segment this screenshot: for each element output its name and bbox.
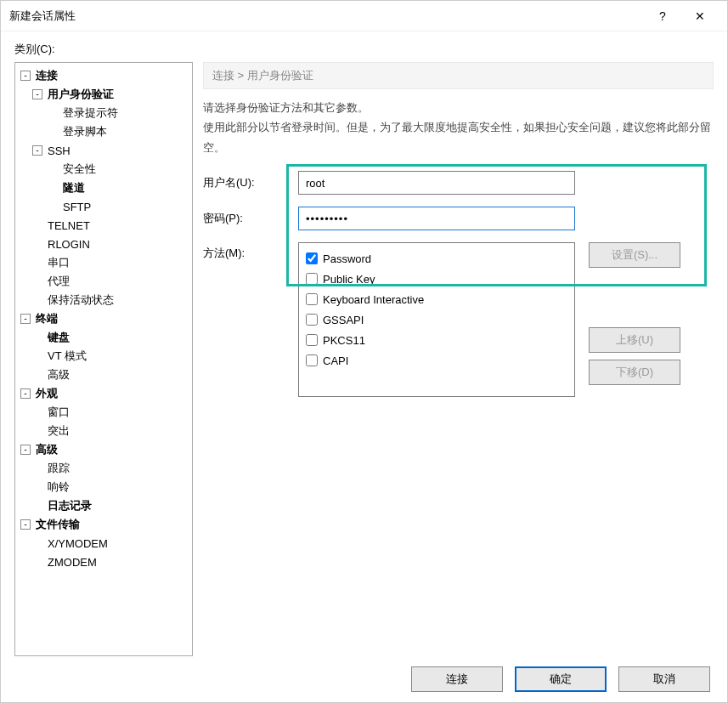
tree-item-label: 登录脚本: [61, 124, 109, 139]
tree-item-label: 串口: [46, 255, 71, 270]
tree-item-label: SFTP: [61, 201, 93, 213]
tree-item[interactable]: -SSH: [19, 141, 192, 160]
tree-item[interactable]: TELNET: [19, 216, 192, 235]
tree-toggle-icon[interactable]: -: [32, 89, 42, 99]
tree-toggle-icon[interactable]: -: [20, 519, 31, 530]
tree-item-label: 跟踪: [46, 461, 71, 476]
tree-item[interactable]: 跟踪: [19, 459, 192, 478]
tree-item[interactable]: 高级: [19, 366, 192, 384]
tree-toggle-icon[interactable]: -: [20, 314, 31, 324]
content-area: 类别(C): -连接-用户身份验证登录提示符登录脚本-SSH安全性隧道SFTPT…: [1, 31, 727, 702]
description: 请选择身份验证方法和其它参数。 使用此部分以节省登录时间。但是，为了最大限度地提…: [203, 98, 714, 157]
username-row: 用户名(U):: [203, 171, 714, 195]
tree-item[interactable]: 隧道: [19, 179, 192, 197]
connect-button[interactable]: 连接: [411, 666, 503, 692]
tree-item[interactable]: -终端: [19, 309, 192, 328]
method-item[interactable]: PKCS11: [306, 330, 567, 350]
tree-item[interactable]: 登录脚本: [19, 122, 192, 141]
tree-item[interactable]: 突出: [19, 422, 192, 440]
desc-line1: 请选择身份验证方法和其它参数。: [203, 98, 714, 117]
method-checkbox[interactable]: [306, 293, 318, 305]
tree-item[interactable]: 窗口: [19, 403, 192, 422]
tree-item-label: X/YMODEM: [46, 537, 110, 550]
method-item[interactable]: Public Key: [306, 269, 567, 289]
tree-item-label: ZMODEM: [46, 556, 99, 569]
tree-item-label: TELNET: [46, 219, 92, 232]
breadcrumb: 连接 > 用户身份验证: [203, 62, 714, 89]
tree-item[interactable]: 日志记录: [19, 496, 192, 515]
tree-item[interactable]: 串口: [19, 253, 192, 272]
method-checkbox[interactable]: [306, 334, 318, 346]
tree-item-label: 键盘: [46, 330, 71, 345]
method-list[interactable]: PasswordPublic KeyKeyboard InteractiveGS…: [298, 242, 575, 397]
method-checkbox[interactable]: [306, 354, 318, 366]
form-area: 用户名(U): 密码(P): 方法(M): PasswordPublic Key…: [203, 171, 714, 397]
method-label: 方法(M):: [203, 242, 298, 261]
method-checkbox[interactable]: [306, 273, 318, 285]
method-checkbox[interactable]: [306, 252, 318, 264]
username-input[interactable]: [298, 171, 575, 195]
tree-item-label: 安全性: [61, 162, 98, 177]
footer-buttons: 连接 确定 取消: [14, 656, 714, 695]
right-panel: 连接 > 用户身份验证 请选择身份验证方法和其它参数。 使用此部分以节省登录时间…: [203, 62, 714, 656]
tree-item-label: VT 模式: [46, 349, 88, 364]
tree-item-label: 高级: [46, 367, 71, 383]
tree-item[interactable]: RLOGIN: [19, 235, 192, 253]
method-row: 方法(M): PasswordPublic KeyKeyboard Intera…: [203, 242, 714, 397]
side-buttons: 设置(S)... 上移(U) 下移(D): [589, 242, 680, 385]
dialog-window: 新建会话属性 ? ✕ 类别(C): -连接-用户身份验证登录提示符登录脚本-SS…: [0, 0, 728, 703]
tree-item[interactable]: SFTP: [19, 197, 192, 216]
move-down-button[interactable]: 下移(D): [589, 360, 680, 385]
tree-item[interactable]: 响铃: [19, 478, 192, 496]
method-item[interactable]: GSSAPI: [306, 309, 567, 330]
tree-item[interactable]: -连接: [19, 66, 192, 85]
tree-item[interactable]: 登录提示符: [19, 104, 192, 122]
tree-item-label: 文件传输: [34, 517, 82, 532]
tree-item-label: RLOGIN: [46, 238, 92, 251]
method-checkbox[interactable]: [306, 314, 318, 326]
tree-item[interactable]: ZMODEM: [19, 553, 192, 571]
tree-item[interactable]: -外观: [19, 384, 192, 403]
tree-item-label: 连接: [34, 68, 59, 83]
category-tree[interactable]: -连接-用户身份验证登录提示符登录脚本-SSH安全性隧道SFTPTELNETRL…: [14, 62, 193, 656]
tree-item[interactable]: 代理: [19, 272, 192, 291]
tree-item[interactable]: VT 模式: [19, 347, 192, 366]
method-label: Keyboard Interactive: [323, 293, 424, 306]
tree-item-label: 隧道: [61, 180, 87, 196]
cancel-button[interactable]: 取消: [618, 666, 710, 692]
tree-item-label: 高级: [34, 442, 59, 457]
tree-item-label: 响铃: [46, 479, 71, 495]
password-row: 密码(P):: [203, 207, 714, 230]
tree-toggle-icon[interactable]: -: [32, 145, 42, 156]
window-title: 新建会话属性: [9, 9, 644, 24]
method-item[interactable]: Password: [306, 248, 567, 269]
ok-button[interactable]: 确定: [515, 666, 607, 692]
method-label: CAPI: [323, 354, 348, 367]
move-up-button[interactable]: 上移(U): [589, 327, 680, 353]
method-item[interactable]: CAPI: [306, 350, 567, 371]
tree-item[interactable]: -用户身份验证: [19, 85, 192, 104]
tree-toggle-icon[interactable]: -: [20, 445, 31, 455]
method-label: Public Key: [323, 273, 375, 286]
settings-button[interactable]: 设置(S)...: [589, 242, 680, 268]
tree-item[interactable]: -文件传输: [19, 515, 192, 534]
username-label: 用户名(U):: [203, 175, 298, 190]
tree-item[interactable]: 保持活动状态: [19, 291, 192, 309]
category-label: 类别(C):: [14, 42, 714, 57]
tree-item[interactable]: 键盘: [19, 328, 192, 347]
tree-item-label: 突出: [46, 423, 71, 439]
method-item[interactable]: Keyboard Interactive: [306, 289, 567, 309]
tree-item[interactable]: -高级: [19, 440, 192, 459]
tree-item-label: SSH: [46, 145, 72, 157]
tree-item[interactable]: X/YMODEM: [19, 534, 192, 553]
password-input[interactable]: [298, 207, 575, 230]
tree-item-label: 外观: [34, 386, 59, 401]
tree-item[interactable]: 安全性: [19, 160, 192, 179]
help-button[interactable]: ?: [644, 3, 681, 29]
close-button[interactable]: ✕: [681, 3, 719, 29]
tree-item-label: 日志记录: [46, 498, 93, 513]
tree-toggle-icon[interactable]: -: [20, 71, 31, 81]
tree-toggle-icon[interactable]: -: [20, 388, 31, 399]
tree-item-label: 用户身份验证: [46, 87, 116, 102]
titlebar: 新建会话属性 ? ✕: [1, 1, 727, 31]
